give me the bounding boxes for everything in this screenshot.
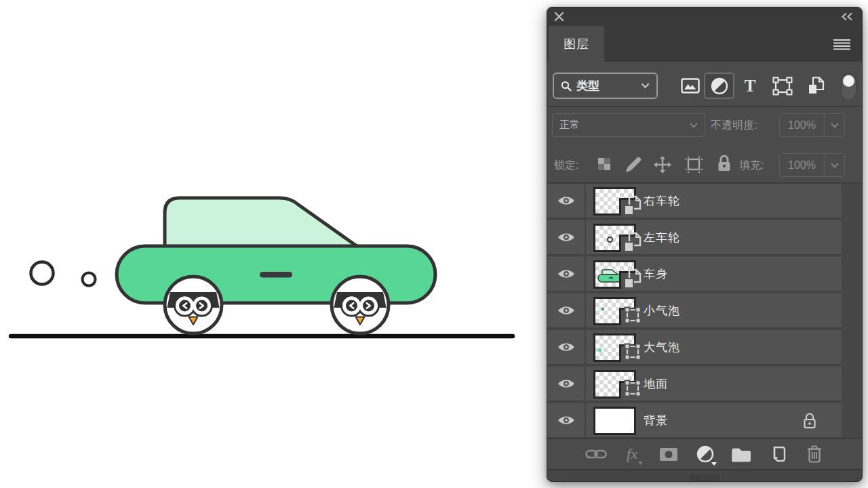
lock-label: 锁定: — [554, 159, 578, 173]
new-adjustment-layer-icon[interactable] — [694, 443, 717, 465]
visibility-toggle[interactable] — [547, 403, 586, 437]
layer-name[interactable]: 右车轮 — [644, 184, 680, 218]
search-icon — [561, 81, 572, 92]
layer-row-small-bubble[interactable]: 小气泡 — [547, 293, 842, 329]
layer-name[interactable]: 大气泡 — [644, 330, 680, 364]
filter-pixel-layers-icon[interactable] — [677, 73, 703, 99]
chevron-down-icon — [831, 123, 839, 128]
new-layer-icon[interactable] — [766, 443, 789, 465]
lock-transparency-icon[interactable] — [597, 157, 611, 174]
visibility-toggle[interactable] — [547, 367, 586, 401]
filter-shape-layers-icon[interactable] — [770, 73, 795, 99]
layer-row-background[interactable]: 背景 — [547, 403, 842, 439]
visibility-toggle[interactable] — [547, 330, 586, 364]
collapse-panel-icon[interactable] — [840, 12, 854, 22]
chevron-down-icon — [690, 123, 698, 128]
layer-name[interactable]: 左车轮 — [644, 220, 680, 254]
layer-thumbnail[interactable] — [593, 370, 636, 399]
layer-name[interactable]: 背景 — [644, 403, 668, 437]
opacity-label: 不透明度: — [711, 119, 757, 133]
layer-thumbnail[interactable] — [593, 187, 636, 216]
lock-artboard-icon[interactable] — [684, 156, 703, 176]
layer-thumbnail[interactable] — [593, 224, 636, 252]
layer-thumbnail[interactable] — [593, 297, 636, 325]
link-layers-icon[interactable] — [585, 443, 608, 465]
thumbnail-mini-wheel — [607, 237, 613, 243]
document-canvas[interactable] — [0, 0, 542, 488]
chevron-down-icon — [831, 163, 839, 168]
blend-row: 正常 不透明度: 100% — [547, 107, 862, 142]
layer-row-left-wheel[interactable]: 左车轮 — [547, 220, 842, 256]
adjustment-flyout-arrow — [711, 462, 717, 466]
panel-titlebar — [547, 7, 862, 26]
door-handle — [260, 272, 292, 278]
visibility-toggle[interactable] — [547, 257, 586, 291]
shape-layer-badge-icon — [623, 341, 643, 363]
fill-value: 100% — [780, 159, 824, 171]
layer-name[interactable]: 地面 — [644, 367, 668, 401]
visibility-toggle[interactable] — [547, 293, 586, 327]
thumbnail-mini-car — [597, 268, 622, 283]
eye-icon — [557, 305, 575, 316]
layer-thumbnail[interactable] — [593, 333, 636, 362]
layer-name[interactable]: 小气泡 — [644, 293, 680, 327]
resize-grip[interactable] — [691, 474, 719, 481]
fill-input[interactable]: 100% — [779, 153, 845, 177]
blend-mode-select[interactable]: 正常 — [552, 113, 705, 137]
chevron-down-icon — [641, 83, 650, 89]
filter-type-layers-icon[interactable]: T — [738, 73, 762, 99]
visibility-toggle[interactable] — [547, 184, 586, 218]
eye-icon — [557, 195, 575, 206]
blend-mode-value: 正常 — [559, 119, 580, 131]
filter-kind-select[interactable]: 类型 — [553, 73, 658, 99]
shape-layer-badge-icon — [623, 378, 643, 399]
layer-thumbnail[interactable] — [593, 260, 636, 289]
layer-row-ground[interactable]: 地面 — [547, 367, 842, 402]
layer-row-big-bubble[interactable]: 大气泡 — [547, 330, 842, 365]
new-group-folder-icon[interactable] — [730, 443, 753, 465]
delete-layer-trash-icon[interactable] — [803, 443, 826, 465]
layer-name[interactable]: 车身 — [644, 257, 668, 291]
left-wheel — [165, 277, 222, 333]
lock-pixels-brush-icon[interactable] — [625, 156, 642, 176]
panel-menu-icon[interactable] — [833, 39, 851, 50]
lock-all-icon[interactable] — [717, 155, 732, 175]
close-icon[interactable] — [554, 12, 564, 22]
lock-position-move-icon[interactable] — [653, 155, 672, 177]
eye-icon — [557, 268, 575, 279]
visibility-toggle[interactable] — [547, 220, 586, 254]
smart-object-badge-icon — [623, 268, 643, 289]
filter-row: 类型 T — [547, 62, 862, 106]
fx-flyout-arrow — [638, 462, 643, 465]
layer-style-fx-icon[interactable]: fx — [620, 443, 644, 465]
eye-icon — [557, 378, 575, 389]
shape-layer-badge-icon — [623, 304, 643, 326]
filtering-toggle[interactable] — [841, 73, 856, 100]
panel-footer-toolbar: fx — [547, 439, 862, 469]
eye-icon — [557, 232, 575, 243]
layer-row-right-wheel[interactable]: 右车轮 — [547, 184, 842, 219]
big-bubble — [31, 262, 54, 285]
opacity-input[interactable]: 100% — [779, 113, 845, 137]
toggle-knob — [843, 75, 854, 87]
eye-icon — [557, 342, 575, 352]
thumbnail-mini-bubble — [598, 348, 601, 352]
tab-layers-label: 图层 — [564, 36, 589, 52]
filter-kind-label: 类型 — [576, 78, 599, 94]
lock-row: 锁定: — [547, 144, 862, 182]
layer-thumbnail[interactable] — [593, 407, 636, 435]
eye-icon — [557, 415, 575, 426]
layer-list: 右车轮 左车轮 — [547, 184, 862, 438]
tab-layers[interactable]: 图层 — [549, 26, 604, 62]
filter-adjustment-layers-icon[interactable] — [704, 73, 734, 99]
layer-row-car-body[interactable]: 车身 — [547, 257, 842, 292]
thumbnail-mini-bubble — [601, 308, 604, 310]
fx-label: fx — [627, 445, 637, 463]
add-layer-mask-icon[interactable] — [657, 443, 680, 465]
car-illustration — [0, 0, 542, 488]
opacity-dropdown[interactable] — [824, 114, 844, 136]
scrollbar-gutter[interactable] — [840, 184, 862, 438]
fill-dropdown[interactable] — [824, 154, 844, 176]
filter-smart-objects-icon[interactable] — [804, 73, 828, 99]
layer-lock-icon — [803, 413, 816, 429]
